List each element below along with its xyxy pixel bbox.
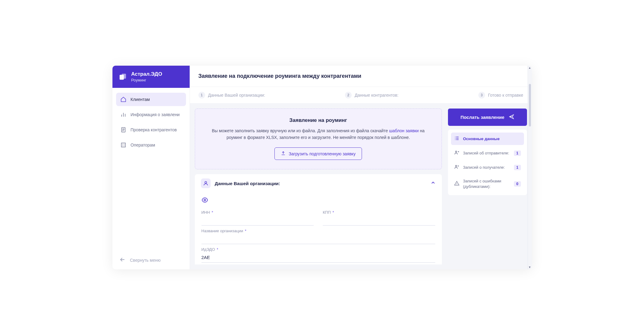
org-body: ИНН * КПП * Название организации * [195, 192, 442, 263]
inn-field: ИНН * [201, 210, 314, 226]
svg-point-7 [455, 165, 457, 167]
step-label: Данные контрагентов: [355, 93, 398, 98]
idedo-input[interactable] [201, 253, 435, 263]
document-icon [120, 127, 126, 133]
org-title: Данные Вашей организации: [215, 181, 280, 186]
home-icon [120, 96, 126, 102]
idedo-field: ИдЭДО * [201, 247, 435, 263]
sidebar-item-info[interactable]: Информация о заявлени [116, 108, 186, 121]
eye-icon[interactable] [201, 197, 208, 203]
orgname-label: Название организации * [201, 229, 435, 233]
step-number: 1 [198, 92, 205, 98]
step-label: Данные Вашей организации: [208, 93, 265, 98]
brand-subtitle: Роуминг [131, 78, 162, 82]
page-title: Заявление на подключение роуминга между … [198, 73, 523, 79]
summary-main-data[interactable]: Основные данные [451, 133, 524, 145]
summary-receiver: Записей о получателе: 1 [451, 161, 524, 174]
count-badge: 0 [514, 181, 521, 187]
sidebar: Астрал.ЭДО Роуминг Клиентам Информация о… [112, 66, 190, 269]
org-header[interactable]: Данные Вашей организации: [195, 174, 442, 192]
step-2: 2 Данные контрагентов: [345, 92, 398, 98]
upload-button[interactable]: Загрузить подготовленную заявку [274, 147, 362, 160]
count-badge: 1 [514, 165, 521, 170]
form-row: ИдЭДО * [201, 247, 435, 263]
bar-chart-icon [120, 112, 126, 118]
sidebar-item-label: Операторам [131, 143, 155, 147]
summary-sender: Записей об отправителе: 1 [451, 147, 524, 159]
step-label: Готово к отправке [488, 93, 523, 98]
form-row: ИНН * КПП * [201, 210, 435, 226]
svg-point-4 [205, 181, 207, 183]
person-icon [201, 178, 211, 188]
summary-errors: Записей с ошибками (дубликатами): 0 [451, 175, 524, 192]
content-row: Заявление на роуминг Вы можете заполнить… [190, 104, 532, 269]
org-card: Данные Вашей организации: ИНН * [195, 174, 442, 264]
kpp-label: КПП * [323, 210, 435, 215]
count-badge: 1 [514, 150, 521, 156]
form-row: Название организации * [201, 229, 435, 244]
sidebar-item-label: Информация о заявлени [131, 112, 180, 117]
svg-point-6 [455, 151, 457, 153]
upload-text: Вы можете заполнить заявку вручную или и… [206, 128, 431, 141]
send-application-button[interactable]: Послать заявление [448, 109, 527, 126]
scrollbar[interactable]: ▲ ▼ [528, 66, 532, 269]
orgname-input[interactable] [201, 234, 435, 244]
kpp-field: КПП * [323, 210, 435, 226]
sidebar-item-operators[interactable]: Операторам [116, 138, 186, 152]
idedo-label: ИдЭДО * [201, 247, 435, 252]
page-header: Заявление на подключение роуминга между … [190, 66, 532, 87]
collapse-menu-button[interactable]: Свернуть меню [112, 251, 190, 269]
collapse-label: Свернуть меню [130, 258, 161, 263]
inn-label: ИНН * [201, 210, 314, 215]
step-3: 3 Готово к отправке [478, 92, 523, 98]
side-column: Послать заявление Основные данные [448, 109, 527, 264]
logo-icon [119, 73, 127, 81]
scroll-up-icon[interactable]: ▲ [529, 66, 531, 69]
building-icon [120, 142, 126, 148]
sidebar-item-label: Клиентам [131, 97, 150, 102]
step-number: 3 [478, 92, 485, 98]
sidebar-item-clients[interactable]: Клиентам [116, 93, 186, 106]
send-button-label: Послать заявление [460, 115, 504, 120]
orgname-field: Название организации * [201, 229, 435, 244]
sidebar-item-check[interactable]: Проверка контрагентов [116, 123, 186, 136]
org-header-left: Данные Вашей организации: [201, 178, 280, 188]
warning-icon [454, 181, 460, 187]
template-link[interactable]: шаблон заявки [389, 128, 418, 133]
chevron-up-icon [430, 180, 436, 187]
sidebar-item-label: Проверка контрагентов [131, 127, 177, 132]
step-number: 2 [345, 92, 352, 98]
inn-input[interactable] [201, 216, 314, 226]
svg-point-5 [204, 199, 206, 201]
summary-label: Записей об отправителе: [463, 150, 510, 156]
summary-card: Основные данные Записей об отправителе: … [448, 130, 527, 195]
brand-title: Астрал.ЭДО [131, 71, 162, 77]
app-window: Астрал.ЭДО Роуминг Клиентам Информация о… [112, 66, 532, 269]
steps-bar: 1 Данные Вашей организации: 2 Данные кон… [190, 87, 532, 104]
sidebar-header: Астрал.ЭДО Роуминг [112, 66, 190, 88]
person-arrow-icon [454, 150, 460, 156]
main: Заявление на подключение роуминга между … [190, 66, 532, 269]
arrow-left-icon [119, 256, 126, 264]
svg-rect-1 [122, 74, 126, 78]
send-icon [509, 114, 514, 120]
sidebar-nav: Клиентам Информация о заявлени Проверка … [112, 88, 190, 251]
upload-icon [281, 151, 286, 157]
upload-title: Заявление на роуминг [206, 117, 431, 123]
step-1: 1 Данные Вашей организации: [198, 92, 265, 98]
person-arrow-in-icon [454, 164, 460, 171]
upload-button-label: Загрузить подготовленную заявку [289, 151, 356, 156]
brand-block: Астрал.ЭДО Роуминг [131, 71, 162, 82]
summary-label: Записей о получателе: [463, 165, 510, 170]
scroll-thumb[interactable] [529, 84, 531, 126]
summary-label: Основные данные [463, 136, 521, 142]
upload-panel: Заявление на роуминг Вы можете заполнить… [195, 109, 442, 169]
summary-label: Записей с ошибками (дубликатами): [463, 178, 510, 189]
svg-rect-3 [121, 143, 125, 147]
list-icon [454, 136, 460, 142]
scroll-down-icon[interactable]: ▼ [529, 266, 531, 269]
content-column: Заявление на роуминг Вы можете заполнить… [195, 109, 443, 264]
kpp-input[interactable] [323, 216, 435, 226]
